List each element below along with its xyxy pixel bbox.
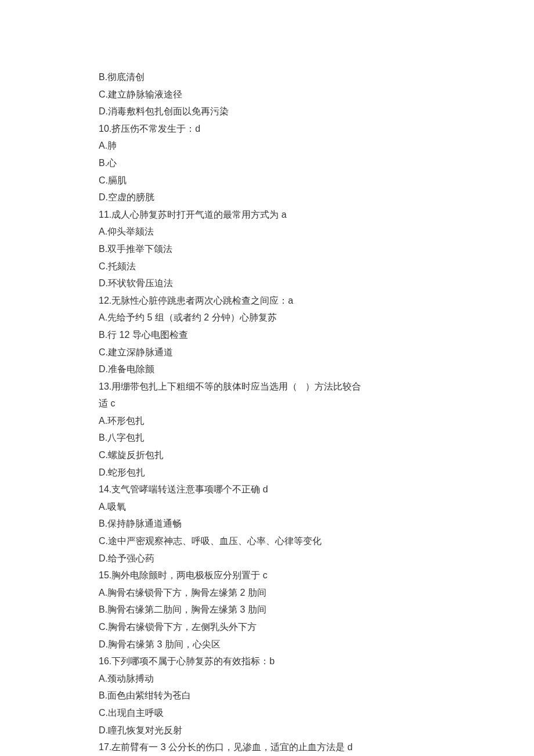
text-line: D.环状软骨压迫法	[99, 275, 435, 292]
text-line: C.胸骨右缘锁骨下方，左侧乳头外下方	[99, 618, 435, 636]
text-line: D.瞳孔恢复对光反射	[99, 722, 435, 739]
text-line: C.出现自主呼吸	[99, 704, 435, 722]
text-line: C.膈肌	[99, 172, 435, 189]
text-line: 12.无脉性心脏停跳患者两次心跳检查之间应：a	[99, 292, 435, 309]
text-line: B.八字包扎	[99, 429, 435, 447]
text-line: 15.胸外电除颤时，两电极板应分别置于 c	[99, 567, 435, 584]
text-line: 13.用绷带包扎上下粗细不等的肢体时应当选用（ ）方法比较合	[99, 378, 435, 395]
text-line: A.颈动脉搏动	[99, 670, 435, 687]
text-line: 10.挤压伤不常发生于：d	[99, 120, 435, 138]
text-line: D.准备电除颤	[99, 361, 435, 378]
text-line: 11.成人心肺复苏时打开气道的最常用方式为 a	[99, 206, 435, 224]
text-line: D.胸骨右缘第 3 肋间，心尖区	[99, 636, 435, 653]
text-line: A.肺	[99, 137, 435, 154]
text-line: C.建立深静脉通道	[99, 344, 435, 361]
text-line: A.先给予约 5 组（或者约 2 分钟）心肺复苏	[99, 309, 435, 326]
text-line: B.面色由紫绀转为苍白	[99, 687, 435, 704]
text-line: A.胸骨右缘锁骨下方，胸骨左缘第 2 肋间	[99, 584, 435, 602]
text-line: B.行 12 导心电图检查	[99, 326, 435, 344]
document-page: B.彻底清创 C.建立静脉输液途径 D.消毒敷料包扎创面以免再污染 10.挤压伤…	[0, 0, 534, 756]
text-line: C.螺旋反折包扎	[99, 447, 435, 464]
text-line: D.蛇形包扎	[99, 464, 435, 481]
text-line: 适 c	[99, 395, 435, 412]
text-line: D.空虚的膀胱	[99, 189, 435, 206]
text-line: C.建立静脉输液途径	[99, 86, 435, 103]
text-line: B.双手推举下颌法	[99, 240, 435, 258]
text-line: B.彻底清创	[99, 69, 435, 86]
text-line: 14.支气管哮喘转送注意事项哪个不正确 d	[99, 481, 435, 498]
text-line: 17.左前臂有一 3 公分长的伤口，见渗血，适宜的止血方法是 d	[99, 739, 435, 756]
text-line: C.托颏法	[99, 258, 435, 275]
text-line: A.仰头举颏法	[99, 223, 435, 240]
text-line: B.保持静脉通道通畅	[99, 515, 435, 532]
text-line: B.胸骨右缘第二肋间，胸骨左缘第 3 肋间	[99, 601, 435, 618]
text-line: 16.下列哪项不属于心肺复苏的有效指标：b	[99, 653, 435, 670]
text-line: D.消毒敷料包扎创面以免再污染	[99, 103, 435, 120]
text-line: B.心	[99, 154, 435, 172]
text-line: C.途中严密观察神志、呼吸、血压、心率、心律等变化	[99, 532, 435, 550]
text-line: A.吸氧	[99, 498, 435, 516]
text-line: A.环形包扎	[99, 412, 435, 430]
text-line: D.给予强心药	[99, 550, 435, 567]
